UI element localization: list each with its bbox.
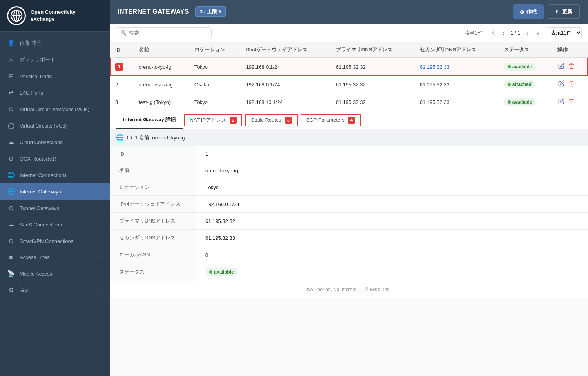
action-btns <box>557 80 583 89</box>
prev-page-btn[interactable]: ‹ <box>501 29 506 37</box>
row-num-badge: 3 <box>115 99 118 105</box>
dashboard-icon: ⌂ <box>7 57 15 63</box>
cell-location: Osaka <box>189 76 241 93</box>
sidebar-item-smartvpn[interactable]: ⊙ SmartVPN Connections <box>0 233 110 249</box>
sidebar-lag-label: LAG Ports <box>20 90 103 96</box>
per-page-select[interactable]: 表示10件 表示25件 表示50件 <box>546 27 582 38</box>
sidebar-item-user[interactable]: 👤 佐藤 花子 › <box>0 35 110 51</box>
tab-gateway-detail[interactable]: Internet Gateway 詳細 <box>116 111 183 129</box>
smartvpn-icon: ⊙ <box>7 237 15 245</box>
search-input[interactable] <box>129 30 207 36</box>
detail-header: 🌐 ID: 1 名前: oreno-tokyo-ig <box>110 129 588 146</box>
topbar-actions: ⊕ 作成 ↻ 更新 <box>513 4 580 19</box>
tab-bgp-params[interactable]: BGP Parameters 4 <box>301 114 361 126</box>
detail-section: Internet Gateway 詳細 NAT IPアドレス 2 Static … <box>110 111 588 376</box>
cell-secondary-dns: 61.195.32.33 <box>414 93 498 111</box>
detail-value: 0 <box>196 246 588 263</box>
delete-button[interactable] <box>568 80 575 89</box>
bgp-badge: 4 <box>348 117 355 124</box>
status-badge: available <box>504 98 536 106</box>
detail-label: ローカルASN <box>110 246 196 263</box>
cell-location: Tokyo <box>189 93 241 111</box>
sidebar-item-dashboard[interactable]: ⌂ ダッシュボード <box>0 51 110 68</box>
footer: No Peering, No Internet. --- © BBIX, Inc… <box>110 281 588 298</box>
detail-label: IPv4ゲートウェイアドレス <box>110 196 196 213</box>
sidebar-mobile-label: Mobile Access <box>20 271 96 277</box>
logo: Open Connectivity eXchange <box>0 0 110 32</box>
chevron-icon: › <box>101 41 103 46</box>
edit-button[interactable] <box>557 97 565 107</box>
refresh-icon: ↻ <box>555 9 560 15</box>
create-button[interactable]: ⊕ 作成 <box>513 4 544 19</box>
detail-label: ID <box>110 146 196 162</box>
detail-value: 61.195.32.33 <box>196 230 588 246</box>
tab-nat-ip[interactable]: NAT IPアドレス 2 <box>184 114 242 126</box>
sidebar-item-physical-ports[interactable]: ⊞ Physical Ports <box>0 68 110 84</box>
access-lines-icon: ≡ <box>7 254 15 261</box>
sidebar-item-settings[interactable]: ⚙ 設定 › <box>0 282 110 298</box>
tab-static-routes[interactable]: Static Routes 3 <box>245 114 298 126</box>
sidebar-item-cloud[interactable]: ☁ Cloud Connections <box>0 134 110 150</box>
status-dot <box>508 65 511 68</box>
detail-value: Tokyo <box>196 179 588 196</box>
last-page-btn[interactable]: » <box>535 29 541 37</box>
saas-icon: ☁ <box>7 221 15 228</box>
sidebar: Open Connectivity eXchange 👤 佐藤 花子 › ⌂ ダ… <box>0 0 110 376</box>
detail-label: ロケーション <box>110 179 196 196</box>
detail-tabs: Internet Gateway 詳細 NAT IPアドレス 2 Static … <box>110 111 588 129</box>
table-row[interactable]: 1 oreno-tokyo-ig Tokyo 192.168.0.1/24 61… <box>110 58 588 76</box>
refresh-button[interactable]: ↻ 更新 <box>548 4 580 19</box>
sidebar-item-tunnel-gateways[interactable]: ⊙ Tunnel Gateways <box>0 200 110 216</box>
main-area: INTERNET GATEWAYS 3 / 上限 5 ⊕ 作成 ↻ 更新 🔍 該… <box>110 0 588 376</box>
detail-row: セカンダリDNSアドレス 61.195.32.33 <box>110 230 588 246</box>
sidebar-item-vc[interactable]: ◯ Virtual Circuits (VCs) <box>0 117 110 134</box>
first-page-btn[interactable]: 《 <box>488 29 496 37</box>
cell-ipv4: 192.168.0.1/24 <box>240 76 330 93</box>
search-box[interactable]: 🔍 <box>116 27 212 38</box>
sidebar-smartvpn-label: SmartVPN Connections <box>20 238 103 244</box>
row-num-badge: 2 <box>115 82 118 88</box>
detail-row: 名前 oreno-tokyo-ig <box>110 162 588 179</box>
table-row[interactable]: 3 test-ig (Tokyo) Tokyo 192.168.10.1/24 … <box>110 93 588 111</box>
detail-row: プライマリDNSアドレス 61.195.32.32 <box>110 213 588 230</box>
detail-row: ステータス available <box>110 263 588 281</box>
mobile-icon: 📡 <box>7 270 15 277</box>
sidebar-user-label: 佐藤 花子 <box>20 40 96 47</box>
status-badge: available <box>504 63 536 71</box>
action-btns <box>557 97 583 107</box>
static-badge: 3 <box>285 117 292 124</box>
sidebar-item-internet-connections[interactable]: 🌐 Internet Connections <box>0 167 110 183</box>
cell-id: 2 <box>110 76 133 93</box>
cell-actions <box>552 76 588 93</box>
detail-globe-icon: 🌐 <box>116 134 124 141</box>
edit-button[interactable] <box>557 62 565 71</box>
cell-primary-dns: 61.195.32.32 <box>330 93 414 111</box>
sidebar-item-vci[interactable]: ⊙ Virtual Circuit Interfaces (VCIs) <box>0 101 110 117</box>
sidebar-item-saas[interactable]: ☁ SaaS Connections <box>0 216 110 233</box>
status-dot <box>508 83 511 86</box>
table-section: 🔍 該当3件 《 ‹ 1 / 1 › » 表示10件 表示25件 表示50件 <box>110 24 588 111</box>
col-id: ID <box>110 42 133 58</box>
action-btns <box>557 62 583 71</box>
vc-icon: ◯ <box>7 122 15 129</box>
sidebar-settings-label: 設定 <box>20 287 96 294</box>
sidebar-item-internet-gateways[interactable]: 🌐 Internet Gateways <box>0 183 110 200</box>
sidebar-item-ocx-router[interactable]: ⊕ OCX-Router(v1) <box>0 150 110 167</box>
table-row[interactable]: 2 oreno-osaka-ig Osaka 192.168.0.1/24 61… <box>110 76 588 93</box>
cell-primary-dns: 61.195.32.32 <box>330 76 414 93</box>
vci-icon: ⊙ <box>7 106 15 113</box>
edit-button[interactable] <box>557 80 565 89</box>
sidebar-dashboard-label: ダッシュボード <box>20 56 103 63</box>
sidebar-item-access-lines[interactable]: ≡ Access Lines › <box>0 249 110 265</box>
col-actions: 操作 <box>552 42 588 58</box>
inet-gw-icon: 🌐 <box>7 188 15 195</box>
sidebar-item-mobile-access[interactable]: 📡 Mobile Access › <box>0 265 110 282</box>
sidebar-item-lag-ports[interactable]: ⇌ LAG Ports <box>0 84 110 101</box>
cell-ipv4: 192.168.10.1/24 <box>240 93 330 111</box>
delete-button[interactable] <box>568 97 575 107</box>
next-page-btn[interactable]: › <box>525 29 530 37</box>
cell-primary-dns: 61.195.32.32 <box>330 58 414 76</box>
detail-label: ステータス <box>110 263 196 281</box>
cell-name: oreno-osaka-ig <box>133 76 189 93</box>
delete-button[interactable] <box>568 62 575 71</box>
